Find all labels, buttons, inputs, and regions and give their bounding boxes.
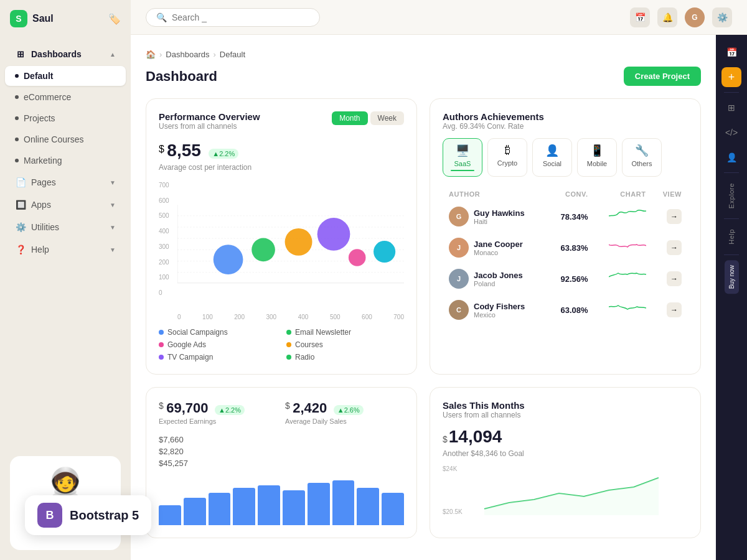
author-country: Haiti xyxy=(474,218,525,225)
rp-grid-icon[interactable]: ⊞ xyxy=(721,98,741,118)
tab-saas[interactable]: 🖥️ SaaS xyxy=(443,138,482,177)
create-project-button[interactable]: Create Project xyxy=(624,67,701,86)
view-button[interactable]: → xyxy=(667,209,682,224)
amount1: $7,660 xyxy=(159,435,404,444)
earn-badge2: ▲2.6% xyxy=(334,405,364,415)
conv-rate: Avg. 69.34% Conv. Rate xyxy=(443,122,688,131)
settings-icon[interactable]: ⚙️ xyxy=(712,7,732,27)
rp-divider xyxy=(724,172,739,173)
sidebar-courses-label: Online Courses xyxy=(24,134,84,144)
tab-mobile[interactable]: 📱 Mobile xyxy=(577,138,617,177)
sidebar-item-online-courses[interactable]: Online Courses xyxy=(5,129,126,149)
search-box[interactable]: 🔍 xyxy=(146,8,320,27)
sidebar-item-dashboards[interactable]: ⊞ Dashboards ▲ xyxy=(5,44,126,65)
rp-divider xyxy=(724,92,739,93)
earnings-bar-chart xyxy=(159,475,404,525)
bar xyxy=(209,493,231,525)
tab-others[interactable]: 🔧 Others xyxy=(622,138,662,177)
sidebar-item-utilities[interactable]: ⚙️ Utilities ▼ xyxy=(5,217,126,238)
earn-label1: Expected Earnings xyxy=(159,418,278,425)
content-main: 🏠 › Dashboards › Default Dashboard Creat… xyxy=(131,35,716,560)
avatar[interactable]: G xyxy=(685,7,705,27)
conv-value: 63.83% xyxy=(548,233,593,263)
avatar: J xyxy=(449,269,469,289)
app-name: Saul xyxy=(32,13,54,24)
sidebar-item-help[interactable]: ❓ Help ▼ xyxy=(5,239,126,260)
search-input[interactable] xyxy=(172,12,309,22)
legend-social: Social Campaigns xyxy=(159,328,276,337)
chart-cell xyxy=(594,295,651,325)
bootstrap-text: Bootstrap 5 xyxy=(70,508,139,523)
legend-email: Email Newsletter xyxy=(286,328,404,337)
buy-now-button[interactable]: Buy now xyxy=(725,260,739,294)
earnings-card: $ 69,700 ▲2.2% Expected Earnings $ 2,420… xyxy=(146,387,417,538)
stat-currency: $ xyxy=(159,144,164,154)
tab-underline xyxy=(451,170,474,171)
svg-point-8 xyxy=(214,245,243,274)
authors-card: Authors Achievements Avg. 69.34% Conv. R… xyxy=(430,98,701,375)
x-axis-labels: 0100200300400500600700 xyxy=(177,314,404,320)
bar xyxy=(159,505,181,525)
pin-icon[interactable]: 🏷️ xyxy=(108,13,121,25)
rp-calendar-icon[interactable]: 📅 xyxy=(721,42,741,62)
tab-social[interactable]: 👤 Social xyxy=(532,138,572,177)
toggle-month-button[interactable]: Month xyxy=(332,111,367,125)
sidebar-item-ecommerce[interactable]: eCommerce xyxy=(5,87,126,107)
tab-crypto[interactable]: ₿ Crypto xyxy=(487,138,527,177)
mini-chart-svg xyxy=(609,240,646,254)
tab-saas-label: SaaS xyxy=(454,160,471,167)
sidebar-item-pages[interactable]: 📄 Pages ▼ xyxy=(5,172,126,193)
toggle-group: Month Week xyxy=(332,111,404,125)
help-label[interactable]: Help xyxy=(728,224,735,250)
rp-code-icon[interactable]: </> xyxy=(721,123,741,142)
chart-legend: Social Campaigns Email Newsletter Google… xyxy=(159,328,404,362)
crypto-icon: ₿ xyxy=(505,144,510,157)
sidebar: S Saul 🏷️ ⊞ Dashboards ▲ Default eCommer… xyxy=(0,0,131,560)
avatar: C xyxy=(449,300,469,320)
chart-cell xyxy=(594,202,651,231)
rp-plus-icon[interactable]: + xyxy=(721,67,741,87)
conv-value: 92.56% xyxy=(548,264,593,294)
explore-label[interactable]: Explore xyxy=(728,178,735,213)
sidebar-default-label: Default xyxy=(24,71,53,81)
mini-chart-svg xyxy=(609,271,646,286)
earn-label2: Average Daily Sales xyxy=(285,418,404,425)
author-cell: J Jacob Jones Poland xyxy=(449,269,542,289)
bootstrap-badge: B Bootstrap 5 xyxy=(25,495,151,535)
sidebar-item-projects[interactable]: Projects xyxy=(5,108,126,128)
topbar: 🔍 📅 🔔 G ⚙️ xyxy=(131,0,747,35)
sales-subtitle: Users from all channels xyxy=(443,411,688,419)
toggle-week-button[interactable]: Week xyxy=(370,111,404,125)
table-row: J Jacob Jones Poland 92.56% → xyxy=(444,264,687,294)
bootstrap-icon: B xyxy=(37,503,62,528)
sidebar-item-apps[interactable]: 🔲 Apps ▼ xyxy=(5,194,126,215)
chart-cell xyxy=(594,233,651,263)
page-title-row: Dashboard Create Project xyxy=(146,67,701,86)
tab-underline xyxy=(540,170,564,171)
view-button[interactable]: → xyxy=(667,302,682,317)
sidebar-item-marketing[interactable]: Marketing xyxy=(5,151,126,170)
view-button[interactable]: → xyxy=(667,271,682,286)
home-icon[interactable]: 🏠 xyxy=(146,50,156,59)
rp-person-icon[interactable]: 👤 xyxy=(721,147,741,167)
legend-label: Radio xyxy=(295,353,314,362)
perf-subtitle: Users from all channels xyxy=(159,122,260,131)
legend-label: TV Campaign xyxy=(167,353,213,362)
view-button[interactable]: → xyxy=(667,240,682,255)
calendar-icon[interactable]: 📅 xyxy=(630,7,650,27)
view-cell: → xyxy=(652,264,687,294)
legend-courses: Courses xyxy=(286,340,404,349)
notifications-icon[interactable]: 🔔 xyxy=(657,7,677,27)
logo-icon: S xyxy=(10,10,27,27)
author-cell: C Cody Fishers Mexico xyxy=(449,300,542,320)
breadcrumb-dashboards[interactable]: Dashboards xyxy=(166,50,209,59)
sidebar-item-default[interactable]: Default xyxy=(5,66,126,86)
mini-chart-svg xyxy=(609,208,646,223)
author-name: Guy Hawkins xyxy=(474,208,525,218)
bubble-chart xyxy=(177,182,404,306)
mini-chart-svg xyxy=(609,302,646,317)
svg-point-11 xyxy=(317,218,350,251)
others-icon: 🔧 xyxy=(635,144,649,157)
tab-social-label: Social xyxy=(543,160,561,167)
sidebar-nav: ⊞ Dashboards ▲ Default eCommerce Project… xyxy=(0,37,131,446)
